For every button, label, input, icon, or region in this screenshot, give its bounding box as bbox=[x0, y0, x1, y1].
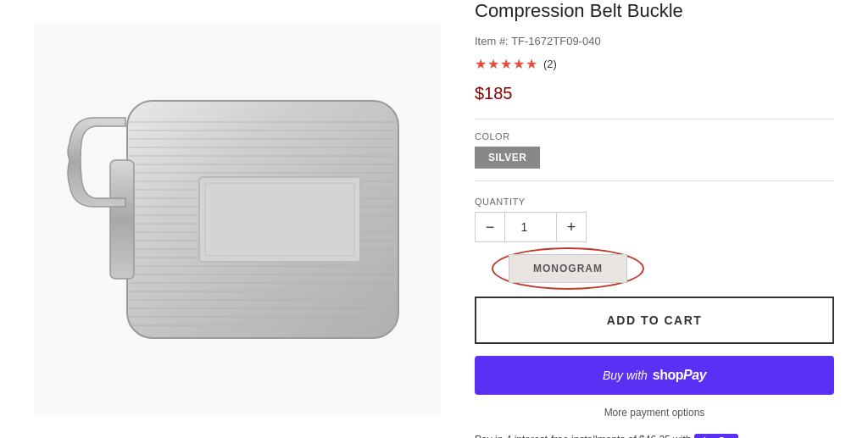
installment-info: Pay in 4 interest-free installments of $… bbox=[475, 432, 834, 438]
shop-pay-prefix: Buy with bbox=[603, 369, 648, 382]
svg-rect-28 bbox=[110, 160, 134, 279]
item-number-value: TF-1672TF09-040 bbox=[511, 35, 601, 47]
quantity-label: QUANTITY bbox=[475, 197, 834, 207]
product-price: $185 bbox=[475, 84, 834, 103]
quantity-decrease-button[interactable]: − bbox=[475, 212, 505, 242]
color-silver-button[interactable]: SILVER bbox=[475, 147, 540, 169]
item-number: Item #: TF-1672TF09-040 bbox=[475, 35, 834, 47]
product-details: 30mm Engine Turned Rhodium Compression B… bbox=[475, 0, 834, 438]
monogram-button[interactable]: MONOGRAM bbox=[509, 254, 627, 283]
svg-rect-26 bbox=[199, 177, 360, 262]
add-to-cart-button[interactable]: ADD TO CART bbox=[475, 297, 834, 344]
shop-pay-brand: shopPay bbox=[653, 368, 706, 383]
item-number-label: Item #: bbox=[475, 35, 509, 47]
shop-pay-button[interactable]: Buy with shopPay bbox=[475, 356, 834, 395]
quantity-input[interactable] bbox=[505, 212, 556, 242]
product-image-area bbox=[34, 25, 441, 414]
color-label: COLOR bbox=[475, 131, 834, 141]
quantity-controls: − + bbox=[475, 212, 587, 242]
more-payment-options: More payment options bbox=[475, 407, 834, 419]
product-title: 30mm Engine Turned Rhodium Compression B… bbox=[475, 0, 834, 23]
star-rating: ★★★★★ bbox=[475, 56, 538, 72]
quantity-increase-button[interactable]: + bbox=[556, 212, 587, 242]
product-image bbox=[59, 75, 415, 363]
page-container: 30mm Engine Turned Rhodium Compression B… bbox=[0, 0, 868, 438]
stars-row: ★★★★★ (2) bbox=[475, 56, 834, 72]
divider-2 bbox=[475, 180, 834, 181]
monogram-area: MONOGRAM bbox=[475, 254, 661, 283]
installment-shop-pay-badge: shopPay bbox=[694, 434, 738, 438]
quantity-section: QUANTITY − + bbox=[475, 197, 834, 242]
color-section: COLOR SILVER bbox=[475, 131, 834, 169]
divider-1 bbox=[475, 119, 834, 119]
review-count: (2) bbox=[543, 58, 557, 70]
